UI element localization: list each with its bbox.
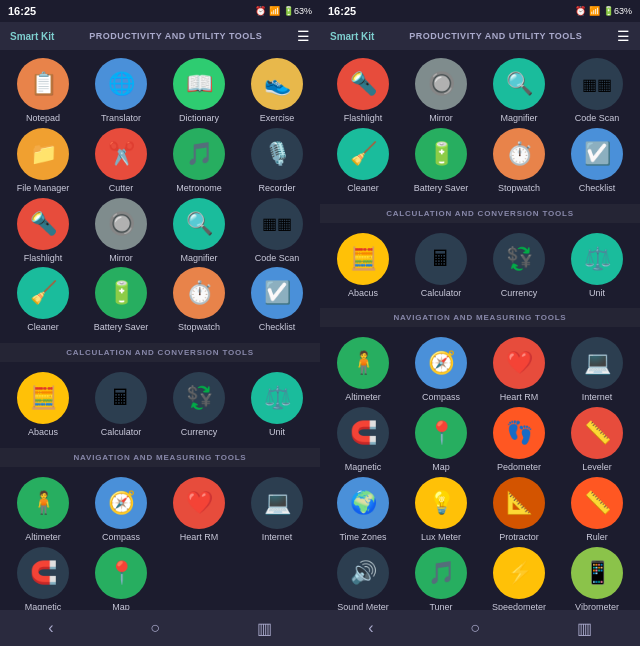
r-map-icon: 📍 — [415, 407, 467, 459]
left-menu-icon[interactable]: ☰ — [297, 28, 310, 44]
left-nav-grid: 🧍 Altimeter 🧭 Compass ❤️ Heart RM 💻 Inte… — [0, 469, 320, 610]
right-tool-soundmeter[interactable]: 🔊 Sound Meter — [326, 547, 400, 610]
right-tool-cleaner[interactable]: 🧹 Cleaner — [326, 128, 400, 194]
right-tool-codescan[interactable]: ▦▦ Code Scan — [560, 58, 634, 124]
right-tool-luxmeter[interactable]: 💡 Lux Meter — [404, 477, 478, 543]
right-section3-header: NAVIGATION AND MEASURING TOOLS — [320, 308, 640, 327]
codescan-label: Code Scan — [255, 253, 300, 264]
left-scroll[interactable]: 📋 Notepad 🌐 Translator 📖 Dictionary 👟 Ex… — [0, 50, 320, 610]
tool-internet[interactable]: 💻 Internet — [240, 477, 314, 543]
right-tool-internet[interactable]: 💻 Internet — [560, 337, 634, 403]
right-tool-compass[interactable]: 🧭 Compass — [404, 337, 478, 403]
tool-filemanager[interactable]: 📁 File Manager — [6, 128, 80, 194]
r-internet-icon: 💻 — [571, 337, 623, 389]
right-menu-icon[interactable]: ☰ — [617, 28, 630, 44]
tool-exercise[interactable]: 👟 Exercise — [240, 58, 314, 124]
tool-recorder[interactable]: 🎙️ Recorder — [240, 128, 314, 194]
right-back-button[interactable]: ‹ — [356, 615, 385, 641]
tool-map[interactable]: 📍 Map — [84, 547, 158, 610]
left-home-button[interactable]: ○ — [138, 615, 172, 641]
tool-translator[interactable]: 🌐 Translator — [84, 58, 158, 124]
right-home-button[interactable]: ○ — [458, 615, 492, 641]
abacus-icon: 🧮 — [17, 372, 69, 424]
r-currency-icon: 💱 — [493, 233, 545, 285]
r-cleaner-icon: 🧹 — [337, 128, 389, 180]
r-altimeter-icon: 🧍 — [337, 337, 389, 389]
tool-dictionary[interactable]: 📖 Dictionary — [162, 58, 236, 124]
r-protractor-icon: 📐 — [493, 477, 545, 529]
right-tool-heartrm[interactable]: ❤️ Heart RM — [482, 337, 556, 403]
right-phone-screen: 16:25 ⏰ 📶 🔋63% Smart Kit PRODUCTIVITY AN… — [320, 0, 640, 646]
tool-calculator[interactable]: 🖩 Calculator — [84, 372, 158, 438]
right-tool-leveler[interactable]: 📏 Leveler — [560, 407, 634, 473]
right-tool-timezones[interactable]: 🌍 Time Zones — [326, 477, 400, 543]
r-checklist-icon: ☑️ — [571, 128, 623, 180]
right-tool-flashlight[interactable]: 🔦 Flashlight — [326, 58, 400, 124]
left-recent-button[interactable]: ▥ — [245, 615, 284, 642]
tool-magnifier[interactable]: 🔍 Magnifier — [162, 198, 236, 264]
right-tool-map[interactable]: 📍 Map — [404, 407, 478, 473]
right-tool-vibrometer[interactable]: 📱 Vibrometer — [560, 547, 634, 610]
right-tool-ruler[interactable]: 📏 Ruler — [560, 477, 634, 543]
tool-abacus[interactable]: 🧮 Abacus — [6, 372, 80, 438]
tool-currency[interactable]: 💱 Currency — [162, 372, 236, 438]
right-title: PRODUCTIVITY AND UTILITY TOOLS — [409, 31, 582, 41]
r-compass-label: Compass — [422, 392, 460, 403]
right-tool-altimeter[interactable]: 🧍 Altimeter — [326, 337, 400, 403]
metronome-icon: 🎵 — [173, 128, 225, 180]
tool-notepad[interactable]: 📋 Notepad — [6, 58, 80, 124]
r-codescan-label: Code Scan — [575, 113, 620, 124]
heartrm-icon: ❤️ — [173, 477, 225, 529]
right-tool-magnifier[interactable]: 🔍 Magnifier — [482, 58, 556, 124]
r-tuner-label: Tuner — [429, 602, 452, 610]
tool-codescan[interactable]: ▦▦ Code Scan — [240, 198, 314, 264]
magnifier-icon: 🔍 — [173, 198, 225, 250]
r-luxmeter-icon: 💡 — [415, 477, 467, 529]
r-soundmeter-label: Sound Meter — [337, 602, 389, 610]
right-tool-calculator[interactable]: 🖩 Calculator — [404, 233, 478, 299]
tool-flashlight[interactable]: 🔦 Flashlight — [6, 198, 80, 264]
right-tool-batterysaver[interactable]: 🔋 Battery Saver — [404, 128, 478, 194]
right-recent-button[interactable]: ▥ — [565, 615, 604, 642]
r-mirror-icon: 🔘 — [415, 58, 467, 110]
right-tool-checklist[interactable]: ☑️ Checklist — [560, 128, 634, 194]
tool-checklist[interactable]: ☑️ Checklist — [240, 267, 314, 333]
left-back-button[interactable]: ‹ — [36, 615, 65, 641]
r-abacus-icon: 🧮 — [337, 233, 389, 285]
magnifier-label: Magnifier — [180, 253, 217, 264]
right-tool-unit[interactable]: ⚖️ Unit — [560, 233, 634, 299]
right-tool-protractor[interactable]: 📐 Protractor — [482, 477, 556, 543]
right-brand: Smart Kit — [330, 31, 374, 42]
right-tool-tuner[interactable]: 🎵 Tuner — [404, 547, 478, 610]
r-magnetic-icon: 🧲 — [337, 407, 389, 459]
right-time: 16:25 — [328, 5, 356, 17]
signal-icon-r: 📶 — [589, 6, 600, 16]
right-tool-pedometer[interactable]: 👣 Pedometer — [482, 407, 556, 473]
tool-cleaner[interactable]: 🧹 Cleaner — [6, 267, 80, 333]
alarm-icon-r: ⏰ — [575, 6, 586, 16]
right-tool-magnetic[interactable]: 🧲 Magnetic — [326, 407, 400, 473]
r-map-label: Map — [432, 462, 450, 473]
altimeter-label: Altimeter — [25, 532, 61, 543]
tool-cutter[interactable]: ✂️ Cutter — [84, 128, 158, 194]
translator-icon: 🌐 — [95, 58, 147, 110]
tool-altimeter[interactable]: 🧍 Altimeter — [6, 477, 80, 543]
tool-mirror[interactable]: 🔘 Mirror — [84, 198, 158, 264]
tool-batterysaver[interactable]: 🔋 Battery Saver — [84, 267, 158, 333]
tool-metronome[interactable]: 🎵 Metronome — [162, 128, 236, 194]
right-tool-abacus[interactable]: 🧮 Abacus — [326, 233, 400, 299]
right-tool-stopwatch[interactable]: ⏱️ Stopwatch — [482, 128, 556, 194]
tool-unit[interactable]: ⚖️ Unit — [240, 372, 314, 438]
right-tool-currency[interactable]: 💱 Currency — [482, 233, 556, 299]
right-scroll[interactable]: 🔦 Flashlight 🔘 Mirror 🔍 Magnifier ▦▦ Cod… — [320, 50, 640, 610]
tool-stopwatch[interactable]: ⏱️ Stopwatch — [162, 267, 236, 333]
right-status-bar: 16:25 ⏰ 📶 🔋63% — [320, 0, 640, 22]
dictionary-icon: 📖 — [173, 58, 225, 110]
tool-compass[interactable]: 🧭 Compass — [84, 477, 158, 543]
right-tool-mirror[interactable]: 🔘 Mirror — [404, 58, 478, 124]
tool-heartrm[interactable]: ❤️ Heart RM — [162, 477, 236, 543]
r-speedometer-label: Speedometer — [492, 602, 546, 610]
right-tool-speedometer[interactable]: ⚡ Speedometer — [482, 547, 556, 610]
tool-magnetic[interactable]: 🧲 Magnetic — [6, 547, 80, 610]
right-nav-grid: 🧍 Altimeter 🧭 Compass ❤️ Heart RM 💻 Inte… — [320, 329, 640, 610]
